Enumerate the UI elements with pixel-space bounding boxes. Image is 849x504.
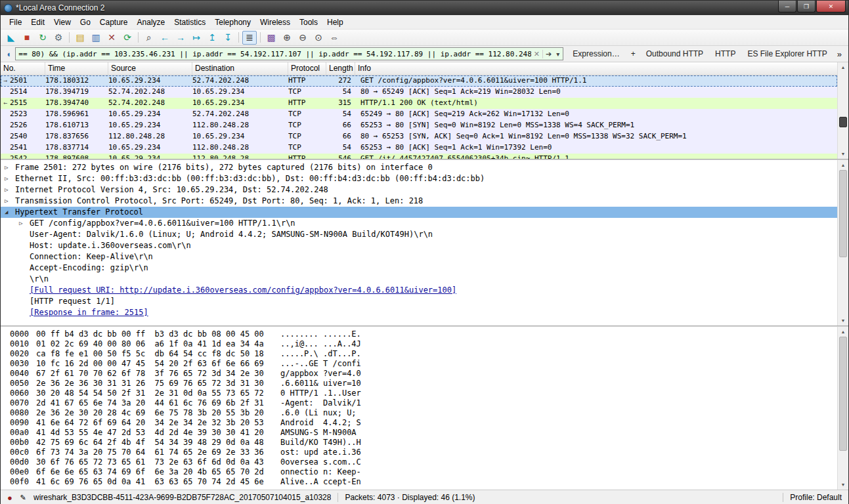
display-filter-input[interactable]: == 80) && (ip.addr == 103.235.46.231 || … [15,47,563,60]
column-header-info[interactable]: Info [355,62,837,75]
scroll-track[interactable] [838,337,848,480]
scroll-thumb[interactable] [839,170,847,257]
menu-tools[interactable]: Tools [295,16,322,28]
hex-row[interactable]: 00a041 4d 53 55 4e 47 2d 53 4d 2d 4e 39 … [10,428,837,438]
maximize-button[interactable]: ❐ [797,1,816,12]
packet-row[interactable]: 2526178.61071310.65.29.234112.80.248.28T… [1,120,837,131]
go-to-packet-icon[interactable]: ↦ [189,31,204,45]
packet-row[interactable]: 2541178.83771410.65.29.234112.80.248.28T… [1,142,837,154]
column-header-length[interactable]: Length [326,62,355,75]
save-file-icon[interactable]: ▥ [89,31,103,45]
filter-apply-icon[interactable]: ➔ [542,50,554,58]
hex-row[interactable]: 006030 20 48 54 54 50 2f 31 2e 31 0d 0a … [10,388,837,398]
menu-help[interactable]: Help [322,16,348,28]
packet-row[interactable]: ←2515178.39474052.74.202.24810.65.29.234… [1,98,837,109]
collapsed-expander-icon[interactable]: ▷ [5,173,15,184]
hex-row[interactable]: 000000 ff b4 d3 dc bb 00 ff b3 d3 dc bb … [10,329,837,339]
hex-row[interactable]: 00e06f 6e 6e 65 63 74 69 6f 6e 3a 20 4b … [10,467,837,477]
zoom-out-icon[interactable]: ⊖ [295,31,310,45]
hex-scrollbar[interactable]: ▲ ▼ [837,327,848,490]
collapsed-expander-icon[interactable]: ▷ [5,162,15,173]
scroll-up-icon[interactable]: ▲ [838,62,848,72]
detail-row[interactable]: Accept-Encoding: gzip\r\n [1,262,837,274]
column-header-protocol[interactable]: Protocol [288,62,326,75]
scroll-thumb[interactable] [839,337,847,451]
column-header-no[interactable]: No. [1,62,45,75]
hex-row[interactable]: 001001 02 2c 69 40 00 80 06 a6 1f 0a 41 … [10,339,837,349]
collapsed-expander-icon[interactable]: ▷ [19,218,30,229]
scroll-down-icon[interactable]: ▼ [838,480,848,490]
detail-row[interactable]: \r\n [1,274,837,285]
detail-row[interactable]: [HTTP request 1/1] [1,296,837,307]
hex-row[interactable]: 004067 2f 61 70 70 62 6f 78 3f 76 65 72 … [10,369,837,379]
resize-columns-icon[interactable]: ⇔ [327,31,341,45]
detail-row[interactable]: [Full request URI: http://update.i.360ov… [1,285,837,296]
detail-row[interactable]: ▷GET /config/appbox?ver=4.0.6.6011&uiver… [1,218,837,229]
hex-row[interactable]: 00b042 75 69 6c 64 2f 4b 4f 54 34 39 48 … [10,438,837,448]
hex-row[interactable]: 00c06f 73 74 3a 20 75 70 64 61 74 65 2e … [10,448,837,457]
column-header-destination[interactable]: Destination [192,62,288,75]
detail-row[interactable]: ◢Hypertext Transfer Protocol [1,207,837,218]
start-capture-icon[interactable]: ◣ [4,31,18,45]
find-packet-icon[interactable]: ⌕ [142,31,156,45]
reload-file-icon[interactable]: ⟳ [120,31,135,45]
last-packet-icon[interactable]: ↧ [221,31,235,45]
filter-bookmark-icon[interactable]: ◖ [3,48,14,60]
filter-clear-icon[interactable]: ✕ [531,50,542,58]
minimize-button[interactable]: ─ [778,1,796,12]
filter-overflow-button[interactable]: » [833,48,846,60]
menu-analyze[interactable]: Analyze [133,16,170,28]
column-header-time[interactable]: Time [45,62,108,75]
colorize-icon[interactable]: ▩ [264,31,278,45]
expanded-expander-icon[interactable]: ◢ [5,207,15,218]
packet-row[interactable]: →2501178.18031210.65.29.23452.74.202.248… [1,75,837,87]
filter-dropdown-icon[interactable]: ▾ [554,51,561,58]
hex-row[interactable]: 00802e 36 2e 30 20 28 4c 69 6e 75 78 3b … [10,408,837,418]
menu-telephony[interactable]: Telephony [210,16,255,28]
detail-row[interactable]: ▷Frame 2501: 272 bytes on wire (2176 bit… [1,162,837,173]
hex-row[interactable]: 00f041 6c 69 76 65 0d 0a 41 63 63 65 70 … [10,477,837,487]
capture-options-icon[interactable]: ⚙ [51,31,66,45]
scroll-track[interactable] [838,72,848,149]
scroll-up-icon[interactable]: ▲ [838,160,848,170]
capture-comment-icon[interactable]: ✎ [18,492,28,503]
hex-row[interactable]: 00d030 6f 76 65 72 73 65 61 73 2e 63 6f … [10,457,837,467]
detail-row[interactable]: ▷Ethernet II, Src: 00:ff:b3:d3:dc:bb (00… [1,173,837,184]
detail-row[interactable]: [Response in frame: 2515] [1,307,837,318]
menu-edit[interactable]: Edit [26,16,49,28]
hex-row[interactable]: 00502e 36 2e 36 30 31 31 26 75 69 76 65 … [10,379,837,388]
menu-statistics[interactable]: Statistics [169,16,210,28]
menu-view[interactable]: View [49,16,76,28]
filter-shortcut-http[interactable]: HTTP [709,48,741,60]
menu-go[interactable]: Go [76,16,95,28]
restart-capture-icon[interactable]: ↻ [35,31,50,45]
packet-row[interactable]: 2523178.59696110.65.29.23452.74.202.248T… [1,109,837,120]
first-packet-icon[interactable]: ↥ [205,31,219,45]
scroll-track[interactable] [838,170,848,316]
stop-capture-icon[interactable]: ■ [20,31,34,45]
hex-row[interactable]: 00702d 41 67 65 6e 74 3a 20 44 61 6c 76 … [10,398,837,408]
scroll-down-icon[interactable]: ▼ [838,316,848,326]
go-back-icon[interactable]: ← [158,31,172,45]
detail-link[interactable]: [Full request URI: http://update.i.360ov… [30,285,456,296]
open-file-icon[interactable]: ▤ [73,31,87,45]
auto-scroll-icon[interactable]: ≣ [242,31,257,45]
detail-row[interactable]: ▷Internet Protocol Version 4, Src: 10.65… [1,184,837,196]
expression-button[interactable]: Expression… [567,48,624,60]
menu-wireless[interactable]: Wireless [255,16,295,28]
detail-row[interactable]: User-Agent: Dalvik/1.6.0 (Linux; U; Andr… [1,229,837,240]
expert-info-icon[interactable]: ● [5,492,15,503]
profile-selector[interactable]: Profile: Default [790,493,844,502]
filter-add-button[interactable]: + [626,48,640,60]
menu-file[interactable]: File [5,16,26,28]
details-scrollbar[interactable]: ▲ ▼ [837,160,848,326]
packet-list-scrollbar[interactable]: ▲ ▼ [837,62,848,159]
close-file-icon[interactable]: ✕ [104,31,119,45]
packet-row[interactable]: 2514178.39471952.74.202.24810.65.29.234T… [1,87,837,98]
go-forward-icon[interactable]: → [173,31,188,45]
hex-row[interactable]: 009041 6e 64 72 6f 69 64 20 34 2e 34 2e … [10,418,837,428]
filter-shortcut-es-file-explorer-http[interactable]: ES File Explorer HTTP [741,48,833,60]
detail-row[interactable]: Host: update.i.360overseas.com\r\n [1,240,837,251]
collapsed-expander-icon[interactable]: ▷ [5,184,15,196]
hex-row[interactable]: 003010 fc 16 2d 00 00 47 45 54 20 2f 63 … [10,359,837,369]
